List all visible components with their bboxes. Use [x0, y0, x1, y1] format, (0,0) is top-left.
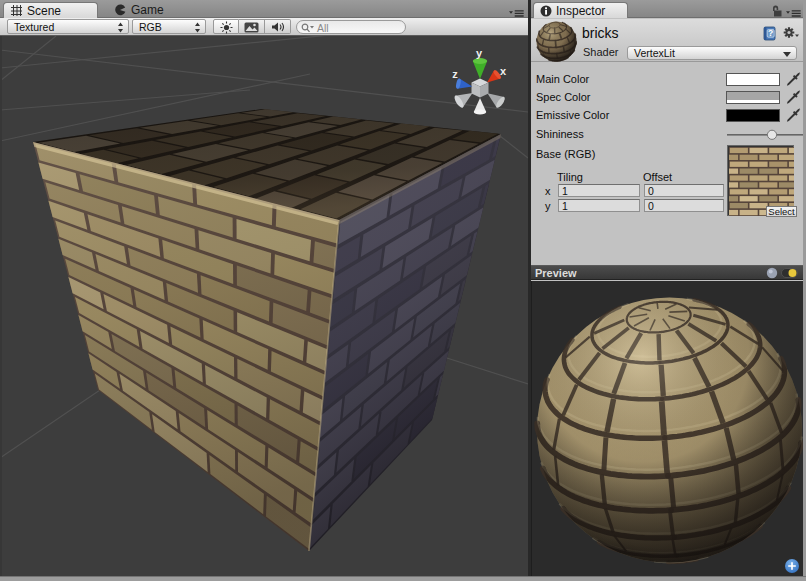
svg-text:?: ?: [768, 28, 773, 38]
svg-text:x: x: [500, 65, 507, 77]
svg-text:z: z: [452, 68, 458, 80]
svg-text:y: y: [476, 47, 483, 59]
